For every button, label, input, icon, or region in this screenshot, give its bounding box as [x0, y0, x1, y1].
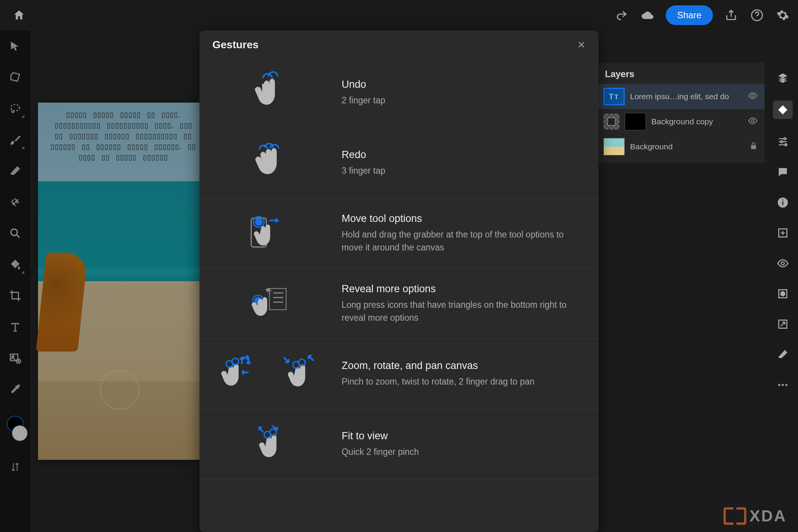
home-icon[interactable] [8, 8, 30, 23]
move-tool[interactable] [7, 38, 24, 55]
modal-title: Gestures [212, 39, 258, 51]
heal-tool[interactable] [7, 194, 24, 211]
gestures-modal: Gestures ✕ Undo 2 finger tap [200, 30, 598, 532]
gesture-desc: Long press icons that have triangles on … [342, 299, 586, 324]
type-tool[interactable] [7, 318, 24, 335]
visibility-icon[interactable] [748, 116, 758, 127]
gesture-title: Reveal more options [342, 283, 586, 295]
gesture-title: Undo [342, 79, 586, 90]
adjustments-icon[interactable] [775, 134, 790, 149]
svg-point-2 [11, 229, 17, 236]
watermark-text: XDA [749, 507, 787, 525]
svg-text:T: T [609, 93, 613, 100]
gesture-row-move-tool-options: Move tool options Hold and drag the grab… [200, 198, 598, 269]
top-bar: Share [0, 0, 798, 30]
gesture-desc: Hold and drag the grabber at the top of … [342, 228, 586, 254]
layer-name: Background [630, 142, 744, 151]
mask-panel-icon[interactable] [775, 286, 790, 301]
eyedropper-tool[interactable] [7, 381, 24, 397]
svg-point-1 [11, 104, 20, 111]
layers-panel-title: Layers [597, 63, 765, 84]
svg-point-23 [782, 384, 784, 386]
properties-tab-icon[interactable] [773, 101, 793, 119]
fill-tool[interactable] [7, 256, 24, 273]
long-press-icon [247, 280, 292, 327]
more-icon[interactable] [775, 377, 790, 393]
layer-mask-thumbnail [603, 114, 619, 130]
lock-icon[interactable] [749, 142, 758, 152]
transform-tool[interactable] [7, 69, 24, 86]
layer-row[interactable]: TT Lorem ipsu…ing elit, sed do [597, 84, 765, 109]
redo-icon[interactable] [614, 8, 629, 23]
send-panel-icon[interactable] [775, 317, 790, 332]
clear-panel-icon[interactable] [775, 347, 790, 362]
lasso-tool[interactable] [7, 100, 24, 117]
layer-name: Background copy [651, 117, 743, 126]
eraser-tool[interactable] [7, 163, 24, 179]
place-image-tool[interactable] [7, 350, 24, 366]
gesture-desc: 2 finger tap [342, 94, 586, 107]
gesture-desc: 3 finger tap [342, 165, 586, 177]
svg-point-20 [781, 292, 785, 296]
background-swatch[interactable] [11, 425, 28, 442]
svg-rect-15 [782, 201, 784, 205]
visibility-panel-icon[interactable] [775, 256, 790, 271]
zoom-tool[interactable] [7, 225, 24, 242]
help-icon[interactable] [749, 8, 765, 23]
type-layer-placeholder: ▯▯▯▯▯ ▯▯▯▯▯ ▯▯▯▯▯ ▯▯ ▯▯▯▯, ▯▯▯▯▯▯▯▯▯▯▯ ▯… [49, 109, 198, 163]
info-icon[interactable] [775, 195, 790, 210]
gesture-title: Move tool options [342, 213, 586, 225]
layer-row[interactable]: Background [597, 134, 765, 159]
swap-colors-icon[interactable] [10, 461, 21, 474]
layer-thumbnail-text: TT [603, 88, 625, 105]
gesture-row-fit-to-view: Fit to view Quick 2 finger pinch [200, 409, 598, 480]
svg-point-22 [778, 384, 780, 386]
gesture-row-undo: Undo 2 finger tap [200, 58, 598, 128]
comments-icon[interactable] [775, 165, 790, 180]
three-finger-tap-icon [247, 139, 292, 187]
cloud-sync-icon[interactable] [640, 8, 655, 23]
tool-rail [0, 30, 30, 532]
svg-text:T: T [614, 93, 618, 100]
brush-tool[interactable] [7, 131, 24, 148]
right-rail [768, 63, 798, 532]
visibility-icon[interactable] [748, 91, 758, 102]
svg-point-11 [784, 138, 786, 139]
export-icon[interactable] [724, 8, 739, 23]
canvas-document[interactable]: ▯▯▯▯▯ ▯▯▯▯▯ ▯▯▯▯▯ ▯▯ ▯▯▯▯, ▯▯▯▯▯▯▯▯▯▯▯ ▯… [38, 103, 201, 460]
gesture-row-redo: Redo 3 finger tap [200, 128, 598, 198]
layer-thumbnail [603, 138, 625, 155]
layers-panel: Layers TT Lorem ipsu…ing elit, sed do Ba… [597, 63, 765, 163]
crop-tool[interactable] [7, 287, 24, 304]
gesture-title: Redo [342, 149, 586, 161]
gesture-title: Zoom, rotate, and pan canvas [342, 360, 586, 372]
close-icon[interactable]: ✕ [577, 39, 586, 51]
svg-rect-16 [782, 200, 784, 201]
drag-grabber-icon [247, 210, 292, 257]
layer-name: Lorem ipsu…ing elit, sed do [630, 92, 743, 101]
svg-point-12 [781, 141, 783, 142]
svg-point-18 [781, 262, 784, 265]
gesture-row-zoom-rotate-pan: Zoom, rotate, and pan canvas Pinch to zo… [200, 339, 598, 409]
color-swatches[interactable] [5, 416, 26, 440]
gesture-row-reveal-more-options: Reveal more options Long press icons tha… [200, 269, 598, 339]
svg-point-9 [752, 95, 754, 97]
quick-pinch-icon [247, 421, 292, 468]
settings-icon[interactable] [775, 8, 790, 23]
svg-point-27 [255, 218, 263, 226]
gesture-desc: Quick 2 finger pinch [342, 446, 586, 458]
svg-point-24 [785, 384, 787, 386]
watermark: XDA [724, 507, 787, 525]
two-finger-tap-icon [247, 69, 292, 116]
svg-point-10 [752, 120, 754, 122]
add-layer-icon[interactable] [775, 225, 790, 241]
two-finger-drag-icon [277, 350, 323, 397]
gesture-desc: Pinch to zoom, twist to rotate, 2 finger… [342, 375, 586, 388]
gesture-title: Fit to view [342, 430, 586, 442]
layer-row[interactable]: Background copy [597, 109, 765, 134]
share-button[interactable]: Share [666, 5, 713, 25]
layer-thumbnail [625, 113, 646, 130]
layers-tab-icon[interactable] [775, 70, 790, 86]
pinch-rotate-icon [216, 350, 262, 397]
